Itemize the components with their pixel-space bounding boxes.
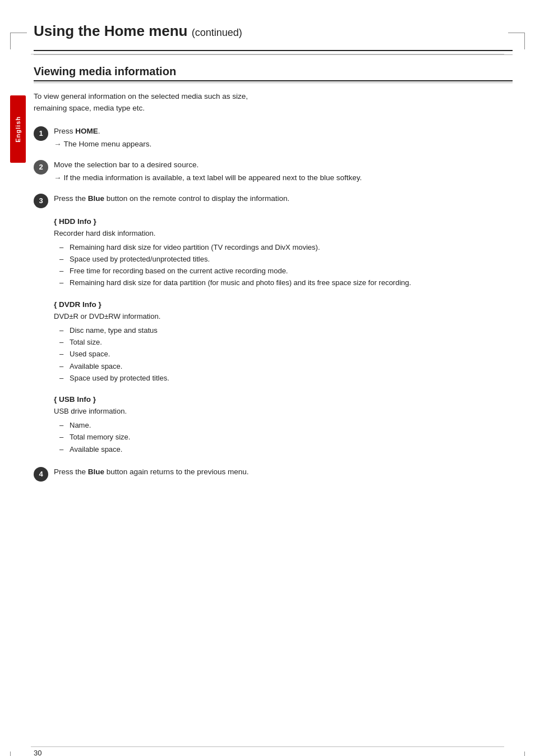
page-title-text: Using the Home menu [34, 22, 187, 39]
title-rule-thick [34, 50, 513, 51]
step-1-arrow: → [54, 139, 62, 150]
list-item: Used space. [54, 349, 513, 360]
usb-info-list: Name. Total memory size. Available space… [54, 420, 513, 455]
step-3-text: Press the Blue button on the remote cont… [54, 194, 289, 203]
step-4-number: 4 [34, 467, 48, 482]
hdd-info-block: { HDD Info } Recorder hard disk informat… [34, 217, 513, 289]
page-number: 30 [34, 749, 41, 756]
corner-decoration-bl [10, 752, 27, 756]
step-2-sub: → If the media information is available,… [54, 172, 513, 184]
step-4: 4 Press the Blue button again returns to… [34, 466, 513, 482]
step-1-sub: → The Home menu appears. [54, 139, 513, 150]
corner-decoration-tl [10, 33, 27, 49]
step-3-number: 3 [34, 194, 48, 208]
step-3-body: Press the Blue button on the remote cont… [54, 193, 513, 205]
step-1-number: 1 [34, 126, 48, 141]
step-2-number: 2 [34, 160, 48, 175]
corner-decoration-tr [508, 33, 525, 49]
step-3: 3 Press the Blue button on the remote co… [34, 193, 513, 208]
list-item: Total size. [54, 337, 513, 348]
step-1: 1 Press HOME. → The Home menu appears. [34, 126, 513, 150]
page: English Using the Home menu (continued) … [0, 22, 535, 756]
hdd-info-title: { HDD Info } [54, 217, 513, 226]
step-2-sub-text: If the media information is available, a… [64, 172, 362, 184]
list-item: Space used by protected/unprotected titl… [54, 254, 513, 265]
step-2-arrow: → [54, 172, 62, 184]
dvdr-info-block: { DVDR Info } DVD±R or DVD±RW informatio… [34, 300, 513, 384]
hdd-info-list: Remaining hard disk size for video parti… [54, 242, 513, 289]
sidebar-tab: English [10, 95, 26, 163]
step-1-body: Press HOME. → The Home menu appears. [54, 126, 513, 150]
step-4-body: Press the Blue button again returns to t… [54, 466, 513, 478]
corner-decoration-br [508, 752, 525, 756]
usb-info-title: { USB Info } [54, 395, 513, 404]
page-title: Using the Home menu (continued) [34, 22, 513, 40]
list-item: Available space. [54, 361, 513, 372]
title-rule-thin [34, 54, 513, 55]
dvdr-info-desc: DVD±R or DVD±RW information. [54, 311, 513, 322]
section-heading: Viewing media information [34, 65, 513, 78]
section-rule-thick [34, 80, 513, 81]
main-content: Using the Home menu (continued) Viewing … [34, 22, 513, 524]
list-item: Total memory size. [54, 432, 513, 443]
list-item: Name. [54, 420, 513, 431]
step-4-text: Press the Blue button again returns to t… [54, 468, 248, 476]
usb-info-block: { USB Info } USB drive information. Name… [34, 395, 513, 455]
dvdr-info-list: Disc name, type and status Total size. U… [54, 325, 513, 384]
list-item: Remaining hard disk size for video parti… [54, 242, 513, 253]
step-1-text: Press HOME. [54, 127, 100, 135]
section-rule-thin [34, 83, 513, 83]
dvdr-info-title: { DVDR Info } [54, 300, 513, 309]
list-item: Free time for recording based on the cur… [54, 265, 513, 277]
usb-info-desc: USB drive information. [54, 406, 513, 417]
top-rule [31, 54, 504, 54]
page-title-continued: (continued) [192, 27, 242, 38]
list-item: Disc name, type and status [54, 325, 513, 336]
intro-text: To view general information on the selec… [34, 91, 269, 114]
list-item: Remaining hard disk size for data partit… [54, 277, 513, 288]
list-item: Space used by protected titles. [54, 373, 513, 384]
step-2: 2 Move the selection bar to a desired so… [34, 159, 513, 184]
step-1-sub-text: The Home menu appears. [64, 139, 152, 150]
bottom-rule [31, 746, 504, 747]
list-item: Available space. [54, 444, 513, 455]
sidebar-label: English [15, 116, 21, 143]
hdd-info-desc: Recorder hard disk information. [54, 228, 513, 239]
step-2-body: Move the selection bar to a desired sour… [54, 159, 513, 184]
step-2-text: Move the selection bar to a desired sour… [54, 161, 199, 169]
